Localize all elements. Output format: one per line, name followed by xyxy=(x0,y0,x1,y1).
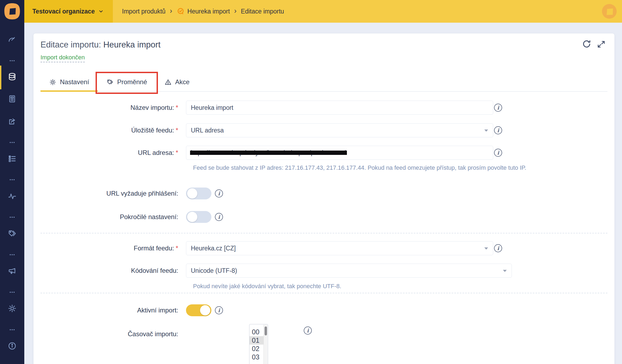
redacted-url-value: https://www.srdceprirody.cz/heureka/expo… xyxy=(191,149,346,157)
pokrocile-nastaveni-toggle[interactable] xyxy=(186,211,211,223)
breadcrumb-editace-importu[interactable]: Editace importu xyxy=(241,8,284,15)
gear-icon xyxy=(49,79,56,86)
field-label: Název importu: xyxy=(130,104,174,111)
info-icon[interactable] xyxy=(494,104,502,112)
scrollbar-thumb[interactable] xyxy=(265,326,267,335)
sidebar-menu-dots-icon[interactable] xyxy=(0,251,24,258)
page-title: Editace importu: Heureka import xyxy=(40,39,161,50)
aktivni-import-toggle[interactable] xyxy=(186,304,211,316)
sidebar-dashboard-icon[interactable] xyxy=(0,35,24,44)
sidebar-document-icon[interactable] xyxy=(0,94,24,103)
sidebar-menu-dots-icon[interactable] xyxy=(0,176,24,183)
field-row-pokrocile: Pokročilé nastavení: xyxy=(40,211,607,223)
info-icon[interactable] xyxy=(494,244,502,252)
field-label: Aktivní import: xyxy=(137,307,178,314)
field-row-aktivni: Aktivní import: xyxy=(40,304,607,316)
dropdown-caret-icon xyxy=(484,247,488,250)
tab-bar: Nastavení Proměnné Akce xyxy=(40,73,607,92)
toggle-knob xyxy=(200,305,210,315)
sidebar-menu-dots-icon[interactable] xyxy=(0,139,24,146)
tab-nastaveni[interactable]: Nastavení xyxy=(40,73,98,91)
app-logo[interactable] xyxy=(0,0,24,23)
fullscreen-button[interactable] xyxy=(597,40,606,49)
brand-watermark xyxy=(601,4,617,19)
tab-akce[interactable]: Akce xyxy=(156,73,198,91)
info-icon[interactable] xyxy=(215,189,223,198)
refresh-button[interactable] xyxy=(582,39,592,49)
field-label: URL adresa: xyxy=(138,149,174,156)
timer-option-00[interactable]: 00 xyxy=(249,328,264,336)
breadcrumb-heureka-import[interactable]: Heureka import xyxy=(177,7,230,15)
url-adresa-input[interactable]: https://www.srdceprirody.cz/heureka/expo… xyxy=(186,146,493,160)
info-icon[interactable] xyxy=(215,306,223,314)
toggle-knob xyxy=(187,212,197,222)
url-login-toggle[interactable] xyxy=(186,188,211,199)
top-bar: Testovací organizace Import produktů › H… xyxy=(24,0,622,23)
sidebar-menu-dots-icon[interactable] xyxy=(0,214,24,220)
field-row-url: URL adresa:* https://www.srdceprirody.cz… xyxy=(40,146,607,160)
field-row-nazev: Název importu:* Heureka import xyxy=(40,101,607,115)
field-row-format: Formát feedu:* Heureka.cz [CZ] xyxy=(40,241,607,255)
org-switcher[interactable]: Testovací organizace xyxy=(24,0,113,23)
dropdown-caret-icon xyxy=(484,130,488,132)
chevron-down-icon xyxy=(98,8,104,14)
sidebar-tag-icon[interactable] xyxy=(0,229,24,238)
field-label: Pokročilé nastavení: xyxy=(120,213,178,220)
sidebar-menu-dots-icon[interactable] xyxy=(0,57,24,64)
import-status-badge[interactable]: Import dokončen xyxy=(40,54,85,62)
sidebar xyxy=(0,0,24,364)
field-label: Kódování feedu: xyxy=(131,267,178,274)
field-label: Formát feedu: xyxy=(134,244,174,252)
heureka-check-icon xyxy=(177,7,185,15)
section-divider xyxy=(40,233,607,233)
timer-option-01[interactable]: 01 xyxy=(249,336,264,345)
timer-option-03[interactable]: 03 xyxy=(249,353,264,361)
listbox-scrollbar[interactable] xyxy=(263,325,268,364)
tag-icon xyxy=(106,79,114,86)
breadcrumb-separator: › xyxy=(234,7,236,16)
info-icon[interactable] xyxy=(215,213,223,221)
org-name: Testovací organizace xyxy=(32,8,95,15)
breadcrumb-import-produktu[interactable]: Import produktů xyxy=(122,8,165,15)
dropdown-caret-icon xyxy=(503,270,507,272)
field-row-uloziste: Úložiště feedu:* URL adresa xyxy=(40,123,607,137)
timer-option-02[interactable]: 02 xyxy=(249,345,264,353)
info-icon[interactable] xyxy=(494,126,502,134)
field-row-kodovani: Kódování feedu: Unicode (UTF-8) xyxy=(40,264,607,278)
breadcrumb: Import produktů › Heureka import › Edita… xyxy=(122,0,284,23)
sidebar-menu-dots-icon[interactable] xyxy=(0,326,24,333)
field-label-casovac: Časovač importu: xyxy=(40,330,178,338)
field-label: URL vyžaduje přihlášení: xyxy=(106,190,178,197)
toggle-knob xyxy=(187,188,197,199)
sidebar-database-icon[interactable] xyxy=(0,72,24,81)
timer-listbox[interactable]: 00010203 xyxy=(249,324,268,364)
kodovani-feedu-select[interactable]: Unicode (UTF-8) xyxy=(186,264,512,278)
sidebar-list-icon[interactable] xyxy=(0,154,24,163)
refresh-icon xyxy=(582,39,592,49)
kodovani-helper-text: Pokud nevíte jaké kódování vybrat, tak p… xyxy=(193,282,341,290)
format-feedu-select[interactable]: Heureka.cz [CZ] xyxy=(186,241,493,255)
logo-icon xyxy=(3,2,21,20)
sidebar-gear-icon[interactable] xyxy=(0,304,24,313)
uloziste-feedu-select[interactable]: URL adresa xyxy=(186,123,493,137)
info-icon[interactable] xyxy=(494,149,502,157)
edit-import-card: Editace importu: Heureka import Import d… xyxy=(33,33,614,364)
nazev-importu-input[interactable]: Heureka import xyxy=(186,101,493,115)
tab-promenne[interactable]: Proměnné xyxy=(98,73,156,91)
section-divider xyxy=(40,293,607,293)
sidebar-menu-dots-icon[interactable] xyxy=(0,289,24,295)
breadcrumb-separator: › xyxy=(170,7,172,16)
sidebar-activity-icon[interactable] xyxy=(0,192,24,201)
sidebar-megaphone-icon[interactable] xyxy=(0,266,24,275)
field-label: Úložiště feedu: xyxy=(131,127,174,134)
field-row-url-login: URL vyžaduje přihlášení: xyxy=(40,188,607,199)
info-icon[interactable] xyxy=(304,326,312,335)
expand-icon xyxy=(597,40,606,49)
url-helper-text: Feed se bude stahovat z IP adres: 217.16… xyxy=(193,164,526,172)
sidebar-share-icon[interactable] xyxy=(0,117,24,126)
warning-icon xyxy=(164,79,172,86)
app-screen: Testovací organizace Import produktů › H… xyxy=(0,0,622,364)
sidebar-info-icon[interactable] xyxy=(0,341,24,351)
